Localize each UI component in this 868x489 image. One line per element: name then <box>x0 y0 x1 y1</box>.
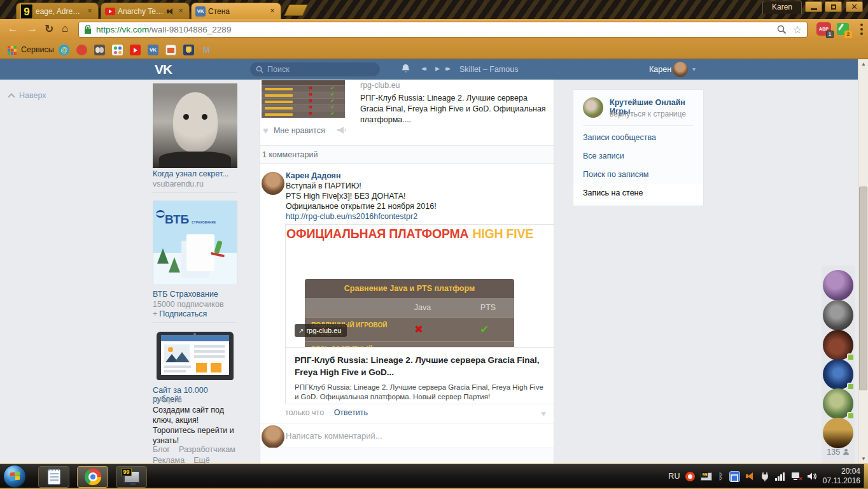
like-button[interactable]: Мне нравится <box>274 126 325 135</box>
post-link-thumbnail[interactable] <box>262 80 345 118</box>
search-input[interactable] <box>267 65 369 74</box>
ad-image-laptop[interactable] <box>153 330 237 383</box>
bookmark-star-icon[interactable] <box>793 24 802 36</box>
sidebar-item-all-posts[interactable]: Все записи <box>573 147 703 166</box>
header-user-avatar[interactable] <box>673 62 688 77</box>
friend-avatar[interactable] <box>823 270 853 301</box>
blue-app-tray-icon[interactable] <box>729 471 740 482</box>
taskbar-l2-bot-button[interactable]: 99 <box>116 466 147 488</box>
header-user-name[interactable]: Карен <box>649 65 671 74</box>
start-button[interactable] <box>3 465 26 488</box>
bluetooth-icon[interactable] <box>718 471 723 481</box>
volume-icon[interactable] <box>807 472 817 481</box>
browser-tab-lineage[interactable]: 9 eage, Adrenalin bot, A × <box>16 3 99 19</box>
scroll-down-arrow-icon[interactable] <box>858 456 868 462</box>
comment-author-avatar[interactable] <box>262 172 284 195</box>
link-attachment-card[interactable]: ОФИЦИАЛЬНАЯ ПЛАТФОРМАHIGH FIVE Сравнение… <box>285 224 554 404</box>
refresh-button[interactable] <box>45 22 53 36</box>
subscribe-link[interactable]: +Подписаться <box>153 309 207 318</box>
ad-domain[interactable]: vsubarendu.ru <box>153 180 204 188</box>
orange-speaker-icon[interactable] <box>746 472 755 480</box>
back-button[interactable] <box>8 22 18 35</box>
friend-avatar[interactable] <box>823 359 853 390</box>
adblock-extension-icon[interactable]: ABP 1 <box>816 22 831 36</box>
power-plug-icon[interactable] <box>760 472 769 481</box>
header-user-menu-chevron-icon[interactable] <box>692 66 696 73</box>
services-bookmark-folder[interactable]: Сервисы <box>21 45 54 54</box>
close-icon[interactable]: × <box>85 7 94 16</box>
friends-online-count[interactable]: 135 <box>822 448 855 457</box>
music-next-icon[interactable] <box>445 64 449 73</box>
footer-link-developers[interactable]: Разработчикам <box>179 445 235 454</box>
attachment-banner-image[interactable]: ОФИЦИАЛЬНАЯ ПЛАТФОРМАHIGH FIVE Сравнение… <box>286 225 554 347</box>
friend-avatar[interactable] <box>823 300 853 330</box>
restore-button[interactable] <box>825 1 842 12</box>
network-disconnected-icon[interactable]: ✕ <box>791 472 801 481</box>
taskbar-notepad-button[interactable] <box>38 466 69 488</box>
ad-image-vtb[interactable]: ВТБ СТРАХОВАНИЕ <box>153 201 237 285</box>
scroll-up-arrow-icon[interactable] <box>858 61 868 67</box>
post-link-title[interactable]: РПГ-Клуб Russia: Lineage 2. Лучшие серве… <box>360 93 549 125</box>
share-megaphone-icon[interactable] <box>337 126 347 134</box>
ad-title-link[interactable]: ВТБ Страхование <box>153 290 218 299</box>
reply-link[interactable]: Ответить <box>334 408 368 417</box>
browser-profile-button[interactable]: Karen <box>762 1 802 14</box>
friend-avatar[interactable] <box>823 418 853 448</box>
page-scrollbar[interactable] <box>858 59 868 464</box>
page-zoom-icon[interactable] <box>777 25 787 34</box>
bookmark-theater-masks-icon[interactable] <box>94 45 105 55</box>
music-prev-icon[interactable] <box>421 64 424 73</box>
l2-bot-tray-icon[interactable]: 99 <box>701 472 712 481</box>
ad-image-portrait[interactable] <box>153 83 237 168</box>
bookmark-mail-icon[interactable] <box>165 45 176 55</box>
sidebar-item-community-posts[interactable]: Записи сообщества <box>573 129 703 147</box>
browser-tab-youtube[interactable]: Anarchy Team rpg-cl × <box>101 3 190 19</box>
comment-url-link[interactable]: http://rpg-club.eu/ns2016hfcontestpr2 <box>286 212 417 221</box>
bookmark-youtube-icon[interactable] <box>130 45 141 55</box>
bookmark-gov-eagle-icon[interactable] <box>183 45 194 55</box>
now-playing-track[interactable]: Skillet – Famous <box>459 65 518 74</box>
bookmark-red-icon[interactable] <box>76 45 87 55</box>
forward-button[interactable] <box>27 22 38 35</box>
attachment-title[interactable]: РПГ-Клуб Russia: Lineage 2. Лучшие серве… <box>295 354 545 378</box>
bookmark-dots-icon[interactable] <box>112 45 123 55</box>
bookmark-m-icon[interactable]: M <box>201 45 212 55</box>
language-indicator[interactable]: RU <box>668 472 680 481</box>
sidebar-item-search-posts[interactable]: Поиск по записям <box>573 166 703 184</box>
friend-avatar[interactable] <box>823 330 853 360</box>
show-desktop-button[interactable] <box>864 464 868 488</box>
taskbar-chrome-button[interactable] <box>77 466 108 488</box>
close-icon[interactable]: × <box>176 7 185 16</box>
music-play-icon[interactable] <box>435 63 440 73</box>
new-tab-button[interactable] <box>284 4 308 16</box>
comment-author-name[interactable]: Карен Дадоян <box>286 171 340 180</box>
antivirus-tray-icon[interactable] <box>685 472 695 481</box>
browser-tab-vk-wall[interactable]: VK Стена × <box>191 3 281 19</box>
ad-domain[interactable]: ra-vip.ru <box>153 395 182 404</box>
back-to-top-link[interactable]: Наверх <box>9 91 46 100</box>
signal-bars-icon[interactable] <box>775 472 785 481</box>
community-back-link[interactable]: вернуться к странице <box>610 110 686 118</box>
minimize-button[interactable] <box>805 1 822 12</box>
scrollbar-thumb[interactable] <box>859 187 867 390</box>
sidebar-item-wall-post[interactable]: Запись на стене <box>573 184 703 202</box>
comment-input[interactable]: Написать комментарий... <box>286 431 540 441</box>
ad-title-link[interactable]: Когда узнал секрет... <box>153 169 228 178</box>
home-button[interactable] <box>62 22 68 35</box>
taskbar-clock[interactable]: 20:04 07.11.2016 <box>823 467 860 486</box>
attachment-info[interactable]: РПГ-Клуб Russia: Lineage 2. Лучшие серве… <box>286 347 554 404</box>
bookmark-mailru-icon[interactable]: @ <box>59 45 69 55</box>
apps-grid-icon[interactable] <box>8 46 10 48</box>
comment-like-heart-icon[interactable] <box>541 409 546 418</box>
post-link-domain[interactable]: rpg-club.eu <box>360 81 400 90</box>
address-bar[interactable]: https://vk.com/wall-98104886_2289 <box>78 22 808 38</box>
friend-avatar[interactable] <box>823 388 853 419</box>
browser-menu-icon[interactable] <box>860 24 863 35</box>
like-heart-icon[interactable] <box>263 125 269 136</box>
notifications-bell-icon[interactable] <box>401 64 410 76</box>
bookmark-vk-icon[interactable]: VK <box>148 45 158 55</box>
close-icon[interactable]: × <box>268 7 277 16</box>
footer-link-blog[interactable]: Блог <box>153 445 170 454</box>
community-avatar[interactable] <box>583 97 603 118</box>
close-window-button[interactable]: ✕ <box>846 1 863 12</box>
